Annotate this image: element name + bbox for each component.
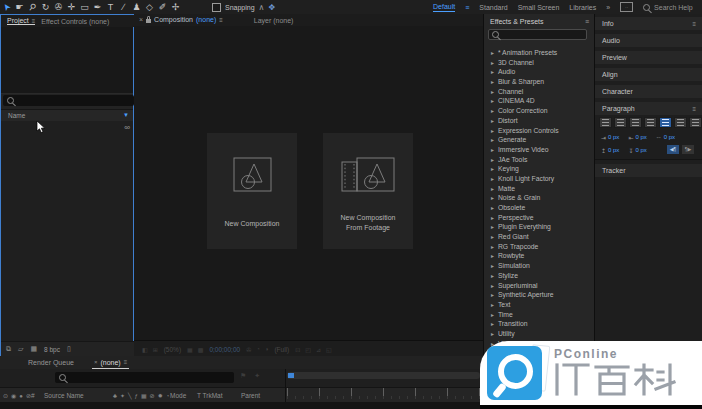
timeline-toggle-icon[interactable]: ⚑ [240,372,246,380]
new-composition-card[interactable]: New Composition [207,133,297,249]
paragraph-field[interactable]: ⇥ 0 px [601,134,619,141]
time-navigator-bar[interactable] [287,372,480,379]
sidebar-panel-audio[interactable]: Audio [595,34,702,47]
av-toggle-icon[interactable]: ◉ [11,392,16,399]
effects-category[interactable]: ►RG Trapcode [484,239,594,249]
effects-category[interactable]: ►Expression Controls [484,123,594,133]
layer-switch-icon[interactable]: ƒ [135,393,138,399]
view-option-icon[interactable]: ⊿ [316,346,321,353]
roto-brush-tool-icon[interactable]: ✐ [158,0,167,14]
layer-switch-icon[interactable]: ♣ [113,393,117,399]
indent-value[interactable]: 0 px [608,134,619,140]
effects-category[interactable]: ►Blur & Sharpen [484,74,594,84]
align-right-button[interactable] [629,117,642,128]
view-option-icon[interactable]: ⊡ [295,346,300,353]
sidebar-panel-info[interactable]: Info ≡ [595,17,702,30]
column-parent[interactable]: Parent [241,388,260,403]
info-menu-icon[interactable]: ≡ [692,21,696,27]
effects-category[interactable]: ►Color Correction [484,103,594,113]
effects-menu-icon[interactable]: ≡ [585,18,589,25]
sidebar-panel-paragraph[interactable]: Paragraph ≡ [595,102,702,115]
puppet-pin-tool-icon[interactable]: ✢ [171,0,180,14]
snap-option-icon-2[interactable]: ✥ [268,3,275,12]
snapshot-channel-icon[interactable]: ✇ [246,346,251,353]
binoculars-icon[interactable]: ∞ [124,123,130,132]
new-folder-icon[interactable]: ▱ [18,345,23,353]
view-option-icon[interactable]: ◰ [305,346,311,353]
justify-last-right-button[interactable] [674,117,687,128]
resolution-popup[interactable]: (Full) [274,346,289,353]
effects-category[interactable]: ►Distort [484,113,594,123]
effects-category[interactable]: ►Simulation [484,258,594,268]
viewer-option-icon[interactable]: ⊞ [153,346,158,353]
new-composition-from-footage-card[interactable]: New Composition From Footage [323,133,413,249]
effects-category[interactable]: ►Utility [484,326,594,336]
close-icon[interactable]: × [94,359,98,365]
rotation-tool-icon[interactable]: ↻ [41,0,50,14]
project-bit-depth[interactable]: 8 bpc [44,346,60,353]
selection-tool-icon[interactable]: ➤ [0,0,15,15]
effects-search-input[interactable] [488,29,587,40]
tab-render-queue[interactable]: Render Queue [28,359,74,366]
interpret-footage-icon[interactable]: ⧉ [6,345,11,353]
timeline-search-input[interactable] [55,372,234,383]
magnification-popup[interactable]: (50%) [164,346,181,353]
sidebar-panel-preview[interactable]: Preview [595,51,702,64]
tab-layer[interactable]: Layer (none) [254,17,294,24]
align-center-button[interactable] [614,117,627,128]
effects-category[interactable]: ►Text [484,297,594,307]
shape-tool-icon[interactable]: ▭ [80,0,89,14]
layer-switch-icon[interactable]: ✦ [120,392,125,399]
workspace-tab-standard[interactable]: Standard [479,4,507,11]
hand-tool-icon[interactable]: ☛ [15,0,24,14]
justify-all-button[interactable] [689,117,702,128]
paragraph-field[interactable]: ⇔ 0 px [656,134,675,140]
effects-category[interactable]: ►Plugin Everything [484,219,594,229]
effects-category[interactable]: ►3D Channel [484,55,594,65]
snapping-checkbox[interactable] [212,3,221,12]
column-number[interactable]: # [31,388,35,403]
view-option-icon[interactable]: ◱ [326,346,332,353]
effects-category[interactable]: ►Rowbyte [484,248,594,258]
effects-category[interactable]: ►Matte [484,181,594,191]
sidebar-panel-tracker[interactable]: Tracker [595,164,702,177]
layer-switch-icon[interactable]: ◔ [166,393,170,399]
eraser-tool-icon[interactable]: ◇ [145,0,154,14]
text-direction-ltr-button[interactable]: ◀¶ [667,145,679,154]
trash-icon[interactable]: ▯ [67,345,71,353]
effects-category[interactable]: ►Channel [484,84,594,94]
effects-category[interactable]: ►* Animation Presets [484,45,594,55]
effects-category[interactable]: ►Perspective [484,210,594,220]
tab-composition[interactable]: × Composition (none) ≡ [134,14,228,27]
workspace-tab-default[interactable]: Default [433,3,455,12]
snapshot-channel-icon[interactable]: ◔ [256,346,260,352]
type-tool-icon[interactable]: T [106,0,115,14]
indent-value[interactable]: 0 px [664,134,675,140]
close-icon[interactable]: × [139,16,143,23]
effects-category[interactable]: ►Noise & Grain [484,190,594,200]
paragraph-field[interactable]: ↧ 0 px [628,147,646,154]
tab-timeline-none[interactable]: × (none) ≡ [92,356,129,369]
effects-category[interactable]: ►Transition [484,316,594,326]
viewer-option-icon[interactable]: ◧ [142,346,148,353]
camera-tool-icon[interactable]: ✇ [54,0,63,14]
sort-dropdown-icon[interactable]: ▼ [123,112,129,118]
pen-tool-icon[interactable]: ✒ [93,0,102,14]
project-search-input[interactable] [3,95,134,106]
workspace-overflow-icon[interactable]: » [606,4,610,11]
workspace-tab-small-screen[interactable]: Small Screen [518,4,560,11]
effects-category[interactable]: ►Obsolete [484,200,594,210]
effects-category[interactable]: ►Audio [484,64,594,74]
pan-behind-tool-icon[interactable]: ✛ [67,0,76,14]
effects-category[interactable]: ►Keying [484,161,594,171]
layer-switch-icon[interactable]: ✹ [158,392,163,399]
grid-guides-icon[interactable]: ▦ [187,346,193,353]
help-search-field[interactable]: Search Help [643,4,693,11]
effects-category[interactable]: ►Immersive Video [484,142,594,152]
paragraph-menu-icon[interactable]: ≡ [692,106,696,112]
timeline-toggle-icon[interactable]: ✦ [254,372,260,380]
paragraph-field[interactable]: ⇤ 0 px [628,134,646,141]
effects-category[interactable]: ►CINEMA 4D [484,93,594,103]
layer-switch-icon[interactable]: ▦ [141,392,147,399]
snap-option-icon[interactable]: ∧ [259,3,265,12]
